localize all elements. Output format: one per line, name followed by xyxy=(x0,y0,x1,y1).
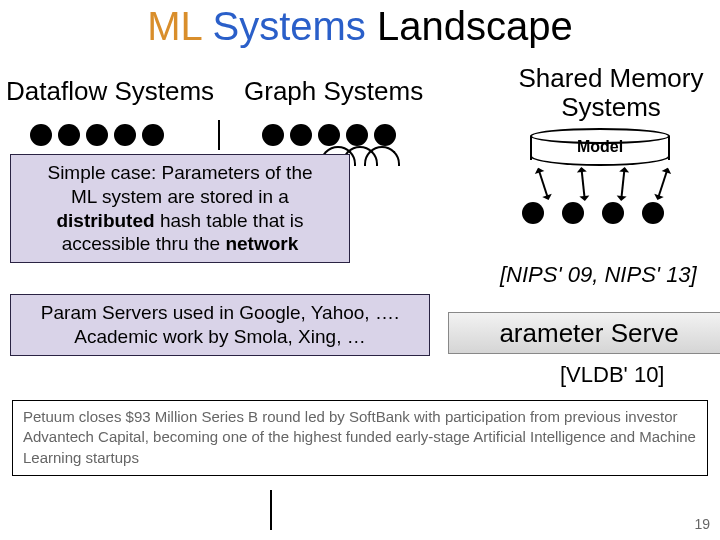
title-word-systems: Systems xyxy=(213,4,366,48)
node-icon xyxy=(262,124,284,146)
callout-line: Academic work by Smola, Xing, … xyxy=(21,325,419,349)
node-icon xyxy=(114,124,136,146)
parameter-server-box: arameter Serve xyxy=(448,312,720,354)
callout-param-servers: Param Servers used in Google, Yahoo, …. … xyxy=(10,294,430,356)
node-icon xyxy=(642,202,664,224)
node-icon xyxy=(290,124,312,146)
node-icon xyxy=(86,124,108,146)
node-icon xyxy=(58,124,80,146)
callout-simple-case: Simple case: Parameters of the ML system… xyxy=(10,154,350,263)
column-heading-dataflow: Dataflow Systems xyxy=(6,76,214,107)
callout-line: Param Servers used in Google, Yahoo, …. xyxy=(21,301,419,325)
node-icon xyxy=(142,124,164,146)
callout-line: accessible thru the network xyxy=(21,232,339,256)
bidir-arrow-icon xyxy=(620,168,625,198)
callout-line: Simple case: Parameters of the xyxy=(21,161,339,185)
page-number: 19 xyxy=(694,516,710,532)
citation-nips: [NIPS' 09, NIPS' 13] xyxy=(500,262,697,288)
bidir-arrow-icon xyxy=(657,168,668,197)
node-icon xyxy=(522,202,544,224)
model-label: Model xyxy=(530,138,670,156)
news-snippet-box: Petuum closes $93 Million Series B round… xyxy=(12,400,708,476)
column-divider xyxy=(218,120,220,150)
node-icon xyxy=(602,202,624,224)
bottom-divider xyxy=(270,490,272,530)
dataflow-nodes xyxy=(30,124,164,146)
column-heading-graph: Graph Systems xyxy=(244,76,423,107)
column-heading-shared: Shared Memory Systems xyxy=(506,64,716,121)
title-word-landscape: Landscape xyxy=(377,4,573,48)
slide-title: ML Systems Landscape xyxy=(0,4,720,49)
node-icon xyxy=(346,124,368,146)
bidir-arrow-icon xyxy=(580,168,585,198)
node-icon xyxy=(562,202,584,224)
node-icon xyxy=(30,124,52,146)
citation-vldb: [VLDB' 10] xyxy=(560,362,664,388)
slide: ML Systems Landscape Dataflow Systems Gr… xyxy=(0,0,720,540)
node-icon xyxy=(374,124,396,146)
shared-memory-nodes xyxy=(522,202,664,224)
title-word-ml: ML xyxy=(147,4,201,48)
callout-line: ML system are stored in a xyxy=(21,185,339,209)
graph-nodes xyxy=(262,124,396,146)
node-icon xyxy=(318,124,340,146)
model-cylinder-icon: Model xyxy=(530,128,670,164)
bidir-arrow-icon xyxy=(537,168,548,197)
callout-line: distributed hash table that is xyxy=(21,209,339,233)
